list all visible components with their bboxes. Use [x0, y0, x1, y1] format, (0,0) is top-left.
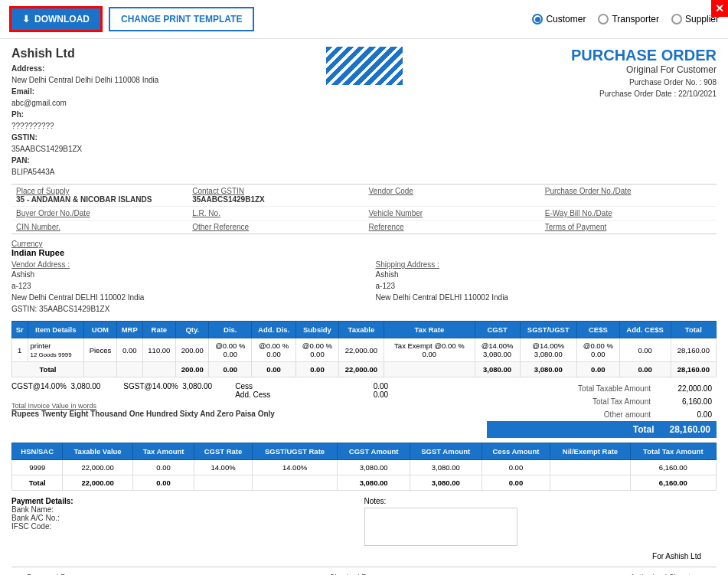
- hsn-col-total-tax: Total Tax Amount: [630, 443, 716, 460]
- hsn-col-cgst-amount: CGST Amount: [338, 443, 410, 460]
- table-total-row: Total 200.00 0.00 0.00 0.00 22,000.00 3,…: [12, 362, 717, 377]
- cell-qty: 200.00: [176, 338, 209, 362]
- hsn-cell-tax-amount: 0.00: [132, 460, 194, 475]
- total-tax-label: Total Tax Amount: [487, 395, 655, 408]
- notes-box[interactable]: [364, 508, 517, 546]
- words-label: Total Invoice Value in words: [11, 402, 479, 410]
- po-no-date-cell: Purchase Order No./Date: [540, 185, 717, 206]
- radio-transporter-dot: [598, 14, 609, 25]
- cell-total: 28,160.00: [671, 338, 716, 362]
- cell-tax-rate: Tax Exempt @0.00 %0.00: [384, 338, 475, 362]
- payment-notes: Payment Details: Bank Name: Bank A/C No.…: [11, 497, 717, 546]
- company-name: Ashish Ltd: [11, 47, 318, 60]
- total-subsidy: 0.00: [296, 362, 339, 377]
- total-add-dis: 0.00: [252, 362, 296, 377]
- eway-bill-label: E-Way Bill No./Date: [545, 209, 712, 217]
- contact-gstin-cell: Contact GSTIN 35AABCS1429B1ZX: [188, 185, 364, 206]
- summary-taxable-row: Total Taxable Amount 22,000.00: [487, 382, 717, 395]
- cgst-summary: CGST@14.00% 3,080.00: [11, 382, 100, 399]
- hsn-cell-cess-amount: 0.00: [482, 460, 550, 475]
- signature-text: For Ashish Ltd: [652, 552, 701, 560]
- payment-section: Payment Details: Bank Name: Bank A/C No.…: [11, 497, 364, 546]
- hsn-col-cess-amount: Cess Amount: [482, 443, 550, 460]
- hsn-total-sgst: 3,080.00: [410, 475, 482, 491]
- col-cgst: CGST: [475, 322, 520, 338]
- info-row-1: Place of Supply 35 - ANDAMAN & NICOBAR I…: [11, 185, 717, 207]
- bank-name: Bank Name:: [11, 505, 364, 514]
- hsn-col-tax-amount: Tax Amount: [132, 443, 194, 460]
- total-taxable-label: Total Taxable Amount: [487, 382, 655, 395]
- po-date: Purchase Order Date : 22/10/2021: [410, 90, 717, 98]
- info-row-2: Buyer Order No./Date L.R. No. Vehicle Nu…: [11, 207, 717, 221]
- col-rate: Rate: [142, 322, 175, 338]
- bank-ac: Bank A/C No.:: [11, 514, 364, 522]
- hsn-total-label: Total: [12, 475, 63, 491]
- cell-dis: @0.00 %0.00: [209, 338, 252, 362]
- company-gstin: GSTIN: 35AABCS1429B1ZX: [11, 132, 318, 155]
- print-options: Customer Transporter Supplier: [532, 14, 719, 25]
- cell-item: printer12 Goods 9999: [28, 338, 84, 362]
- contact-gstin-value: 35AABCS1429B1ZX: [192, 195, 265, 204]
- hsn-col-sgst-rate: SGST/UGST Rate: [252, 443, 338, 460]
- po-no-date-label: Purchase Order No./Date: [545, 187, 712, 195]
- col-dis: Dis.: [209, 322, 252, 338]
- sgst-summary: SGST@14.00% 3,080.00: [123, 382, 212, 399]
- col-cess: CE$S: [577, 322, 620, 338]
- vendor-address-value: Ashish a-123 New Delhi Central DELHI 110…: [11, 269, 353, 315]
- summary-tax-row: Total Tax Amount 6,160.00: [487, 395, 717, 408]
- change-template-button[interactable]: CHANGE PRINT TEMPLATE: [109, 7, 254, 31]
- shipping-address-value: Ashish a-123 New Delhi Central DELHI 110…: [376, 269, 717, 303]
- currency-section: Currency Indian Rupee: [11, 239, 717, 257]
- place-supply-label: Place of Supply: [16, 187, 183, 195]
- table-row: 1 printer12 Goods 9999 Pieces 0.00 110.0…: [12, 338, 717, 362]
- change-template-label: CHANGE PRINT TEMPLATE: [121, 14, 242, 25]
- shipping-address-block: Shipping Address : Ashish a-123 New Delh…: [376, 260, 717, 315]
- other-amount-label: Other amount: [487, 408, 655, 421]
- cell-uom: Pieces: [84, 338, 117, 362]
- radio-customer-dot: [532, 14, 543, 25]
- close-button[interactable]: ✕: [711, 0, 728, 17]
- hsn-col-hsn: HSN/SAC: [12, 443, 63, 460]
- radio-customer[interactable]: Customer: [532, 14, 586, 25]
- hsn-row: 9999 22,000.00 0.00 14.00% 14.00% 3,080.…: [12, 460, 717, 475]
- download-button[interactable]: ⬇ DOWNLOAD: [9, 6, 103, 32]
- add-cess-line: Add. Cess 0.00: [235, 390, 388, 399]
- hsn-total-tax: 6,160.00: [630, 475, 716, 491]
- footer-bar: Prepared By Checked By Authorised Signat…: [11, 567, 717, 575]
- tax-summary-right: Total Taxable Amount 22,000.00 Total Tax…: [487, 382, 717, 438]
- currency-value: Indian Rupee: [11, 248, 64, 257]
- transporter-label: Transporter: [612, 14, 659, 25]
- cell-cess: @0.00 %0.00: [577, 338, 620, 362]
- hsn-table: HSN/SAC Taxable Value Tax Amount CGST Ra…: [11, 443, 717, 491]
- company-header: Ashish Ltd Address: New Delhi Central De…: [11, 47, 717, 178]
- cell-add-cess: 0.00: [619, 338, 671, 362]
- doc-area: Ashish Ltd Address: New Delhi Central De…: [0, 39, 728, 575]
- hsn-cell-hsn: 9999: [12, 460, 63, 475]
- ifsc-code: IFSC Code:: [11, 522, 364, 531]
- vendor-code-cell: Vendor Code: [364, 185, 540, 206]
- po-title-area: PURCHASE ORDER Original For Customer Pur…: [410, 47, 717, 98]
- hsn-col-nil-rate: Nil/Exempt Rate: [550, 443, 630, 460]
- col-qty: Qty.: [176, 322, 209, 338]
- hsn-cell-total-tax: 6,160.00: [630, 460, 716, 475]
- col-sr: Sr: [12, 322, 28, 338]
- col-sgst: SGST/UGST: [520, 322, 577, 338]
- total-taxable-value: 22,000.00: [655, 382, 717, 395]
- info-row-3: CIN Number. Other Reference Reference Te…: [11, 221, 717, 234]
- total-cgst: 3,080.00: [475, 362, 520, 377]
- vendor-code-label: Vendor Code: [369, 187, 536, 195]
- company-pan: PAN: BLIPA5443A: [11, 155, 318, 178]
- logo-area: [318, 47, 410, 85]
- total-label: Total: [12, 362, 84, 377]
- notes-section: Notes:: [364, 497, 717, 546]
- cell-sr: 1: [12, 338, 28, 362]
- total-qty: 200.00: [176, 362, 209, 377]
- hsn-cell-cgst-amount: 3,080.00: [338, 460, 410, 475]
- payment-title: Payment Details:: [11, 497, 364, 505]
- terms-cell: Terms of Payment: [540, 221, 717, 234]
- other-amount-value: 0.00: [655, 408, 717, 421]
- radio-transporter[interactable]: Transporter: [598, 14, 659, 25]
- grand-total-bar: Total 28,160.00: [487, 421, 717, 438]
- words-section: Total Invoice Value in words Rupees Twen…: [11, 402, 479, 418]
- hsn-cell-sgst-amount: 3,080.00: [410, 460, 482, 475]
